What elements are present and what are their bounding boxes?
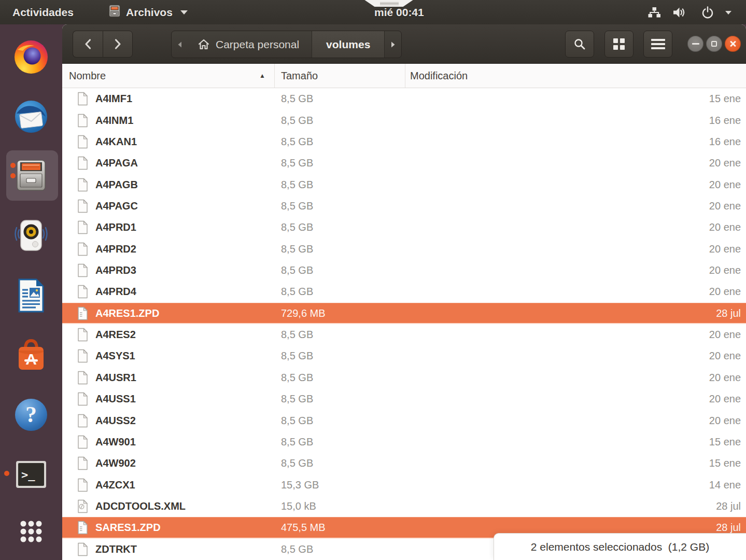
- file-name-cell: A4RES1.ZPD: [62, 306, 275, 320]
- table-row[interactable]: A4PAGA8,5 GB20 ene: [62, 152, 746, 174]
- close-button[interactable]: [725, 36, 741, 52]
- forward-button[interactable]: [103, 31, 133, 58]
- table-row[interactable]: A4RES28,5 GB20 ene: [62, 324, 746, 345]
- table-row[interactable]: A4PAGC8,5 GB20 ene: [62, 195, 746, 217]
- file-modified-date: 28 jul: [405, 307, 746, 319]
- power-icon[interactable]: [701, 0, 714, 24]
- dock-item-libreoffice-writer[interactable]: [12, 277, 50, 314]
- file-size: 8,5 GB: [275, 93, 405, 105]
- libreoffice-writer-icon: [12, 277, 50, 314]
- file-size: 15,0 kB: [275, 500, 405, 512]
- activities-button[interactable]: Actividades: [12, 0, 74, 24]
- column-header-name[interactable]: Nombre ▲: [62, 64, 275, 88]
- file-size: 8,5 GB: [275, 264, 405, 276]
- table-row[interactable]: A4PRD18,5 GB20 ene: [62, 217, 746, 238]
- dock-item-show-applications[interactable]: [12, 513, 50, 550]
- terminal-running-dot: [4, 471, 9, 476]
- grid-view-button[interactable]: [604, 31, 634, 58]
- table-row[interactable]: A4KAN18,5 GB16 ene: [62, 131, 746, 152]
- path-segment-home[interactable]: Carpeta personal: [188, 31, 312, 58]
- path-segment-current[interactable]: volumes: [312, 31, 384, 58]
- file-icon: [76, 178, 89, 192]
- column-header-size[interactable]: Tamaño: [275, 64, 405, 88]
- file-name-cell: A4PAGB: [62, 178, 275, 192]
- column-name-label: Nombre: [69, 70, 106, 82]
- file-icon: [76, 478, 89, 492]
- dock-item-rhythmbox[interactable]: [12, 217, 50, 255]
- table-row[interactable]: A4PRD48,5 GB20 ene: [62, 281, 746, 302]
- back-button[interactable]: [73, 31, 103, 58]
- app-menu-button[interactable]: Archivos: [109, 0, 188, 24]
- file-name-cell: A4RES2: [62, 328, 275, 342]
- table-row[interactable]: A4USS28,5 GB20 ene: [62, 410, 746, 431]
- dock-item-firefox[interactable]: [12, 38, 50, 76]
- file-name: A4IMF1: [95, 93, 132, 105]
- table-row[interactable]: A4PRD28,5 GB20 ene: [62, 239, 746, 260]
- minimize-button[interactable]: [687, 36, 703, 52]
- table-row[interactable]: A4W9018,5 GB15 ene: [62, 431, 746, 453]
- file-icon: [76, 371, 89, 385]
- file-modified-date: 16 ene: [405, 115, 746, 127]
- file-icon: [76, 135, 89, 149]
- file-size: 8,5 GB: [275, 372, 405, 384]
- maximize-button[interactable]: [706, 36, 722, 52]
- files-icon: [12, 157, 50, 194]
- file-modified-date: 20 ene: [405, 157, 746, 169]
- path-scroll-right-button[interactable]: [384, 31, 401, 58]
- file-size: 8,5 GB: [275, 179, 405, 191]
- table-row[interactable]: A4INM18,5 GB16 ene: [62, 109, 746, 131]
- file-name-cell: A4USS2: [62, 414, 275, 428]
- dock-item-help[interactable]: ?: [12, 396, 50, 433]
- files-running-dot-2: [10, 173, 16, 178]
- file-size: 8,5 GB: [275, 350, 405, 362]
- file-modified-date: 15 ene: [405, 93, 746, 105]
- dock-item-ubuntu-software[interactable]: A: [12, 337, 50, 374]
- search-button[interactable]: [565, 31, 594, 58]
- column-header-modified[interactable]: Modificación: [405, 64, 746, 88]
- sort-ascending-icon: ▲: [259, 72, 265, 79]
- firefox-icon: [12, 38, 50, 76]
- table-row[interactable]: A4SYS18,5 GB20 ene: [62, 345, 746, 367]
- system-menu-caret-icon[interactable]: [724, 0, 733, 24]
- file-modified-date: 20 ene: [405, 415, 746, 427]
- file-name-cell: A4USS1: [62, 392, 275, 406]
- file-name: A4USS2: [95, 415, 136, 427]
- file-size: 8,5 GB: [275, 286, 405, 298]
- file-name: A4INM1: [95, 115, 133, 127]
- file-icon: [76, 220, 89, 234]
- file-name-cell: A4SYS1: [62, 349, 275, 363]
- table-row[interactable]: A4W9028,5 GB15 ene: [62, 453, 746, 474]
- search-icon: [573, 38, 586, 50]
- dock-item-thunderbird[interactable]: [12, 98, 50, 135]
- file-name: A4PAGA: [95, 157, 138, 169]
- table-row[interactable]: A4USR18,5 GB20 ene: [62, 367, 746, 388]
- hamburger-menu-icon: [651, 37, 665, 51]
- table-row[interactable]: A4PRD38,5 GB20 ene: [62, 260, 746, 281]
- file-name-cell: A4PRD1: [62, 220, 275, 234]
- network-icon[interactable]: [647, 0, 661, 24]
- file-name: SARES1.ZPD: [95, 522, 161, 534]
- file-name: A4ZCX1: [95, 479, 135, 491]
- file-modified-date: 20 ene: [405, 329, 746, 341]
- dock-item-terminal[interactable]: >_: [12, 456, 50, 493]
- dock-item-files[interactable]: [12, 157, 50, 194]
- table-row[interactable]: A4IMF18,5 GB15 ene: [62, 88, 746, 109]
- table-row[interactable]: A4ZCX115,3 GB14 ene: [62, 474, 746, 495]
- show-applications-icon: [12, 513, 50, 550]
- column-modified-label: Modificación: [410, 70, 468, 82]
- table-row[interactable]: ADCDTOOLS.XML15,0 kB28 jul: [62, 496, 746, 517]
- table-row[interactable]: A4USS18,5 GB20 ene: [62, 388, 746, 410]
- table-row[interactable]: A4RES1.ZPD729,6 MB28 jul: [62, 303, 746, 324]
- file-icon: [76, 414, 89, 428]
- file-size: 8,5 GB: [275, 543, 405, 555]
- path-scroll-left-button[interactable]: [172, 31, 188, 58]
- file-name-cell: A4IMF1: [62, 92, 275, 106]
- file-name-cell: A4PRD4: [62, 285, 275, 299]
- table-row[interactable]: A4PAGB8,5 GB20 ene: [62, 174, 746, 195]
- file-size: 15,3 GB: [275, 479, 405, 491]
- volume-icon[interactable]: [672, 0, 687, 24]
- file-name: ADCDTOOLS.XML: [95, 500, 186, 512]
- rhythmbox-icon: [12, 217, 50, 255]
- file-modified-date: 16 ene: [405, 136, 746, 148]
- hamburger-menu-button[interactable]: [643, 31, 672, 58]
